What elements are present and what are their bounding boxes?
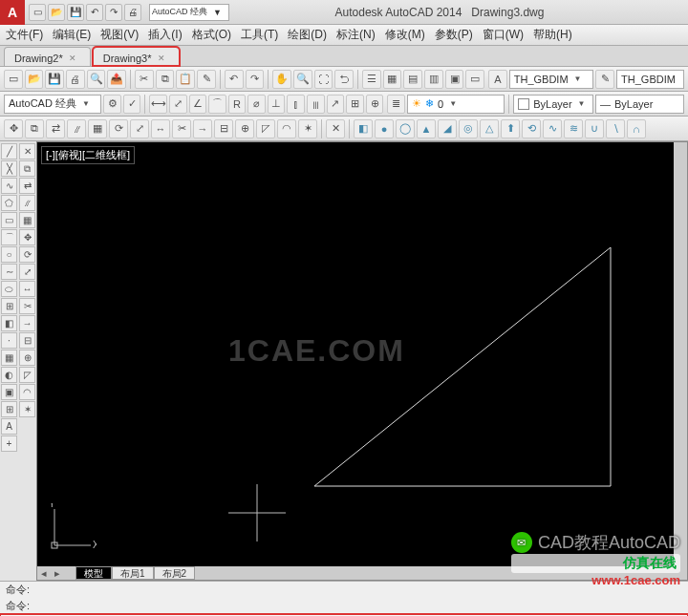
mtext-icon[interactable]: A [1, 418, 17, 435]
workspace-combo[interactable]: AutoCAD 经典 ▼ [4, 95, 101, 114]
app-logo-icon[interactable]: A [0, 0, 25, 25]
menu-tools[interactable]: 工具(T) [241, 27, 278, 43]
3d-intersect-icon[interactable]: ∩ [627, 119, 646, 138]
xline-icon[interactable]: ╳ [1, 160, 17, 177]
doc-tab-2[interactable]: Drawing3* ✕ [93, 47, 180, 66]
trim-icon[interactable]: ✂ [172, 119, 191, 138]
dimstyle-icon[interactable]: A [488, 70, 507, 89]
qat-redo-icon[interactable]: ↷ [105, 4, 122, 21]
mod-chamfer-icon[interactable]: ◸ [19, 367, 35, 383]
insert-icon[interactable]: ⊞ [1, 298, 17, 314]
hatch-icon[interactable]: ▦ [1, 350, 17, 366]
mod-offset-icon[interactable]: ⫽ [19, 195, 35, 211]
preview-icon[interactable]: 🔍 [87, 70, 106, 89]
polyline-icon[interactable]: ∿ [1, 178, 17, 194]
erase-icon[interactable]: ✕ [326, 119, 345, 138]
toolpalette-icon[interactable]: ▤ [403, 70, 422, 89]
dim-angular-icon[interactable]: ∠ [189, 95, 207, 114]
line-icon[interactable]: ╱ [1, 143, 17, 159]
dim-radius-icon[interactable]: R [228, 95, 247, 114]
calc-icon[interactable]: ▭ [465, 70, 484, 89]
drawing-canvas[interactable]: [-][俯视][二维线框] 1CAE.COM Y X ◂ ▸ 模型 布局1 [36, 141, 688, 581]
menu-modify[interactable]: 修改(M) [385, 27, 425, 43]
dimstyle-select[interactable]: TH_GBDIM ▼ [509, 70, 594, 89]
layout-tab-1[interactable]: 布局1 [112, 566, 154, 580]
mod-rotate-icon[interactable]: ⟳ [19, 246, 35, 263]
table-icon[interactable]: ⊞ [1, 401, 17, 417]
dim-continue-icon[interactable]: ⫼ [307, 95, 325, 114]
scrollbar-vertical[interactable] [674, 142, 687, 566]
dim-leader-icon[interactable]: ↗ [327, 95, 345, 114]
layout-tab-model[interactable]: 模型 [75, 566, 112, 580]
3d-cylinder-icon[interactable]: ◯ [396, 119, 415, 138]
mod-explode-icon[interactable]: ✶ [19, 401, 35, 417]
ws-save-icon[interactable]: ✓ [123, 95, 141, 114]
dim-ordinate-icon[interactable]: ⊥ [268, 95, 286, 114]
mod-trim-icon[interactable]: ✂ [19, 298, 35, 314]
dim-linear-icon[interactable]: ⟷ [149, 95, 167, 114]
3d-loft-icon[interactable]: ≋ [564, 119, 583, 138]
mod-stretch-icon[interactable]: ↔ [19, 281, 35, 297]
mod-scale-icon[interactable]: ⤢ [19, 264, 35, 280]
offset-icon[interactable]: ⫽ [67, 119, 86, 138]
mod-copy-icon[interactable]: ⧉ [19, 160, 35, 177]
textstyle-select[interactable]: TH_GBDIM [616, 70, 684, 89]
point-icon[interactable]: · [1, 332, 17, 349]
dim-center-icon[interactable]: ⊕ [366, 95, 384, 114]
scroll-right-icon[interactable]: ▸ [51, 567, 64, 580]
polygon-icon[interactable]: ⬠ [1, 195, 17, 211]
circle-icon[interactable]: ○ [1, 246, 17, 263]
scroll-left-icon[interactable]: ◂ [37, 567, 51, 580]
menu-help[interactable]: 帮助(H) [533, 27, 572, 43]
spline-icon[interactable]: ∼ [1, 264, 17, 280]
3d-extrude-icon[interactable]: ⬆ [501, 119, 520, 138]
mod-join-icon[interactable]: ⊕ [19, 350, 35, 366]
close-icon[interactable]: ✕ [69, 53, 76, 63]
3d-torus-icon[interactable]: ◎ [459, 119, 478, 138]
layout-tab-2[interactable]: 布局2 [154, 566, 196, 580]
dim-arc-icon[interactable]: ⌒ [208, 95, 226, 114]
menu-format[interactable]: 格式(O) [192, 27, 231, 43]
menu-parametric[interactable]: 参数(P) [435, 27, 473, 43]
paste-icon[interactable]: 📋 [176, 70, 195, 89]
doc-tab-1[interactable]: Drawing2* ✕ [4, 47, 91, 66]
menu-draw[interactable]: 绘图(D) [288, 27, 327, 43]
stretch-icon[interactable]: ↔ [151, 119, 170, 138]
explode-icon[interactable]: ✶ [298, 119, 317, 138]
block-icon[interactable]: ◧ [1, 315, 17, 331]
3d-cone-icon[interactable]: ▲ [417, 119, 436, 138]
qat-save-icon[interactable]: 💾 [67, 4, 84, 21]
properties-icon[interactable]: ☰ [362, 70, 381, 89]
mod-erase-icon[interactable]: ✕ [19, 143, 35, 159]
color-select[interactable]: ByLayer ▼ [513, 95, 593, 114]
rectangle-icon[interactable]: ▭ [1, 212, 17, 228]
workspace-select[interactable]: AutoCAD 经典 ▼ [149, 4, 229, 21]
copy-icon[interactable]: ⧉ [156, 70, 175, 89]
sheetset-icon[interactable]: ▥ [424, 70, 443, 89]
menu-dimension[interactable]: 标注(N) [336, 27, 376, 43]
linetype-select[interactable]: — ByLayer [595, 95, 684, 114]
mod-break-icon[interactable]: ⊟ [19, 332, 35, 349]
mod-extend-icon[interactable]: → [19, 315, 35, 331]
undo-icon[interactable]: ↶ [225, 70, 244, 89]
layer-manager-icon[interactable]: ≣ [387, 95, 405, 114]
gradient-icon[interactable]: ◐ [1, 367, 17, 383]
mirror-icon[interactable]: ⇄ [46, 119, 65, 138]
region-icon[interactable]: ▣ [1, 384, 17, 400]
print-icon[interactable]: 🖨 [66, 70, 85, 89]
redo-icon[interactable]: ↷ [246, 70, 265, 89]
textstyle-icon[interactable]: ✎ [595, 70, 614, 89]
mod-array-icon[interactable]: ▦ [19, 212, 35, 228]
menu-edit[interactable]: 编辑(E) [53, 27, 91, 43]
scale-icon[interactable]: ⤢ [130, 119, 149, 138]
close-icon[interactable]: ✕ [158, 53, 165, 63]
gear-icon[interactable]: ⚙ [103, 95, 121, 114]
move-icon[interactable]: ✥ [4, 119, 23, 138]
addpoint-icon[interactable]: + [1, 435, 17, 452]
qat-new-icon[interactable]: ▭ [29, 4, 46, 21]
menu-file[interactable]: 文件(F) [6, 27, 43, 43]
dim-aligned-icon[interactable]: ⤢ [169, 95, 187, 114]
copy-obj-icon[interactable]: ⧉ [25, 119, 44, 138]
menu-window[interactable]: 窗口(W) [483, 27, 524, 43]
zoom-rt-icon[interactable]: 🔍 [293, 70, 312, 89]
